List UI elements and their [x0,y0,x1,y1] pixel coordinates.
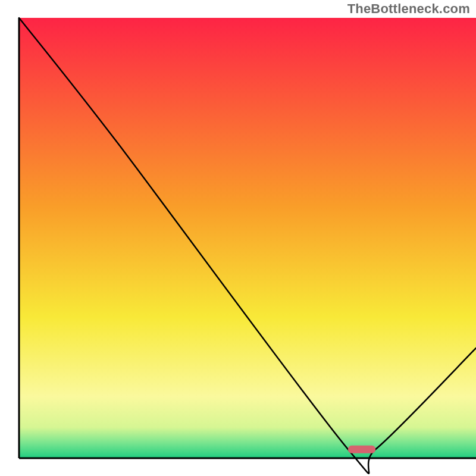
chart-container: TheBottleneck.com [0,0,476,476]
watermark-text: TheBottleneck.com [347,1,470,17]
bottleneck-chart [0,0,476,476]
plot-background [19,18,476,458]
optimal-range-marker [348,446,375,453]
